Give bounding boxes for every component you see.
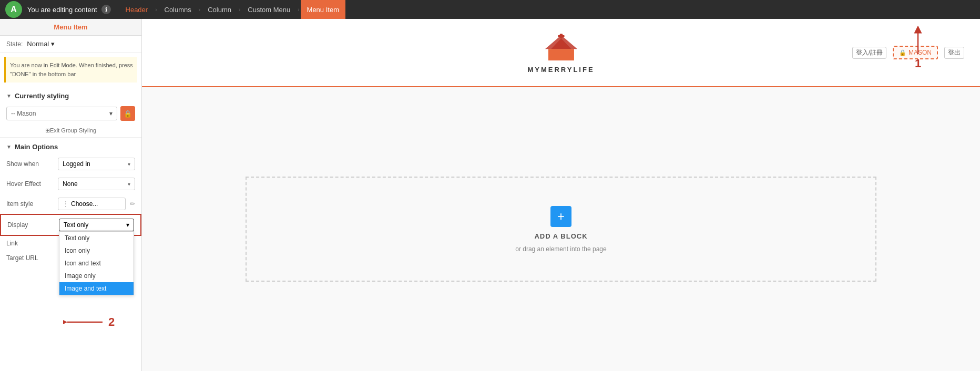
show-when-row: Show when Logged in ▾ bbox=[0, 154, 141, 174]
annotation-1-container: 1 bbox=[913, 25, 923, 70]
add-block-button[interactable]: + bbox=[550, 206, 571, 227]
item-style-label: Item style bbox=[6, 200, 54, 208]
target-url-label: Target URL bbox=[6, 254, 54, 262]
site-logo: MYMERRYLIFE bbox=[527, 32, 594, 74]
display-value: Text only bbox=[64, 221, 88, 229]
chevron-down-icon: ▾ bbox=[126, 221, 129, 229]
hover-effect-value: None bbox=[63, 180, 78, 188]
annotation-2-container: 2 bbox=[63, 315, 115, 329]
nav-login[interactable]: 登入/註冊 bbox=[852, 47, 886, 59]
info-icon[interactable]: ℹ bbox=[101, 5, 111, 14]
arrow-left-svg bbox=[63, 316, 105, 328]
logo-svg bbox=[543, 32, 579, 64]
add-block-sub: or drag an element into the page bbox=[515, 245, 606, 253]
state-label: State: bbox=[6, 40, 23, 48]
item-style-select[interactable]: ⋮ Choose... bbox=[58, 198, 126, 210]
edit-icon[interactable]: ✏ bbox=[130, 200, 135, 208]
main-options-label: Main Options bbox=[15, 143, 58, 151]
chevron-down-icon: ▾ bbox=[128, 181, 130, 187]
show-when-value: Logged in bbox=[63, 160, 90, 168]
item-style-placeholder: Choose... bbox=[71, 200, 98, 208]
display-select[interactable]: Text only ▾ bbox=[59, 219, 134, 231]
canvas-content: + ADD A BLOCK or drag an element into th… bbox=[142, 87, 980, 371]
editing-label: You are editing content bbox=[27, 6, 97, 14]
top-bar: A You are editing content ℹ Header › Col… bbox=[0, 0, 980, 19]
state-value: Normal bbox=[27, 40, 49, 48]
lock-icon: 🔒 bbox=[899, 49, 906, 56]
main-options-header[interactable]: ▼ Main Options bbox=[0, 138, 141, 154]
dots-icon: ⋮ bbox=[63, 200, 69, 208]
main-layout: Menu Item State: Normal ▾ You are now in… bbox=[0, 19, 980, 371]
site-header: MYMERRYLIFE 登入/註冊 🔒 MASON 登出 bbox=[142, 19, 980, 87]
chevron-down-icon: ▾ bbox=[51, 40, 55, 48]
breadcrumb-custom-menu[interactable]: Custom Menu bbox=[241, 0, 297, 19]
state-row: State: Normal ▾ bbox=[0, 36, 141, 53]
display-dropdown-menu: Text only Icon only Icon and text Image … bbox=[59, 231, 134, 295]
breadcrumb: Header › Columns › Column › Custom Menu … bbox=[119, 0, 345, 19]
link-label: Link bbox=[6, 240, 54, 247]
display-row: Display Text only ▾ Text only Icon only … bbox=[0, 214, 141, 236]
collapse-handle[interactable]: ‹ bbox=[141, 184, 142, 205]
show-when-label: Show when bbox=[6, 160, 54, 168]
annotation-2-label: 2 bbox=[108, 315, 115, 329]
show-when-select[interactable]: Logged in ▾ bbox=[58, 158, 135, 170]
svg-rect-1 bbox=[548, 49, 574, 60]
collapse-arrow-icon: ▼ bbox=[6, 144, 12, 150]
display-dropdown-container: Text only ▾ Text only Icon only Icon and… bbox=[59, 219, 134, 231]
exit-group[interactable]: ⊞Exit Group Styling bbox=[0, 124, 141, 138]
chevron-down-icon: ▾ bbox=[128, 161, 130, 167]
logo-text: MYMERRYLIFE bbox=[527, 66, 594, 74]
breadcrumb-column[interactable]: Column bbox=[201, 0, 238, 19]
currently-styling-label: Currently styling bbox=[15, 92, 69, 100]
lock-icon: 🔒 bbox=[124, 110, 132, 118]
dropdown-item-image-only[interactable]: Image only bbox=[59, 270, 134, 282]
dropdown-item-icon-only[interactable]: Icon only bbox=[59, 244, 134, 257]
arrow-up-svg bbox=[913, 25, 923, 57]
dropdown-item-image-and-text[interactable]: Image and text bbox=[59, 282, 134, 295]
breadcrumb-header[interactable]: Header bbox=[119, 0, 155, 19]
item-style-row: Item style ⋮ Choose... ✏ bbox=[0, 194, 141, 214]
edit-mode-notice: You are now in Edit Mode. When finished,… bbox=[4, 57, 137, 83]
mason-dropdown[interactable]: -- Mason ▾ bbox=[6, 107, 117, 120]
lock-button[interactable]: 🔒 bbox=[120, 106, 135, 121]
panel-title: Menu Item bbox=[0, 19, 141, 36]
currently-styling-header[interactable]: ▼ Currently styling bbox=[0, 87, 141, 103]
canvas-area: MYMERRYLIFE 登入/註冊 🔒 MASON 登出 bbox=[142, 19, 980, 371]
dropdown-item-text-only[interactable]: Text only bbox=[59, 232, 134, 244]
mason-row: -- Mason ▾ 🔒 bbox=[0, 103, 141, 124]
header-nav-right: 登入/註冊 🔒 MASON 登出 bbox=[852, 46, 964, 59]
app-logo[interactable]: A bbox=[5, 1, 22, 18]
breadcrumb-columns[interactable]: Columns bbox=[158, 0, 198, 19]
svg-rect-4 bbox=[558, 35, 564, 37]
state-select[interactable]: Normal ▾ bbox=[27, 40, 55, 48]
hover-effect-label: Hover Effect bbox=[6, 180, 54, 188]
breadcrumb-menu-item[interactable]: Menu Item bbox=[301, 0, 345, 19]
add-block-area: + ADD A BLOCK or drag an element into th… bbox=[246, 177, 876, 282]
chevron-down-icon: ▾ bbox=[109, 110, 113, 117]
collapse-arrow-icon: ▼ bbox=[6, 93, 12, 99]
mason-select-value: -- Mason bbox=[11, 110, 36, 117]
add-block-label: ADD A BLOCK bbox=[534, 232, 587, 240]
hover-effect-select[interactable]: None ▾ bbox=[58, 178, 135, 190]
annotation-1-label: 1 bbox=[915, 57, 921, 70]
nav-logout[interactable]: 登出 bbox=[944, 47, 964, 59]
hover-effect-row: Hover Effect None ▾ bbox=[0, 174, 141, 194]
display-label: Display bbox=[7, 221, 55, 229]
dropdown-item-icon-and-text[interactable]: Icon and text bbox=[59, 257, 134, 270]
